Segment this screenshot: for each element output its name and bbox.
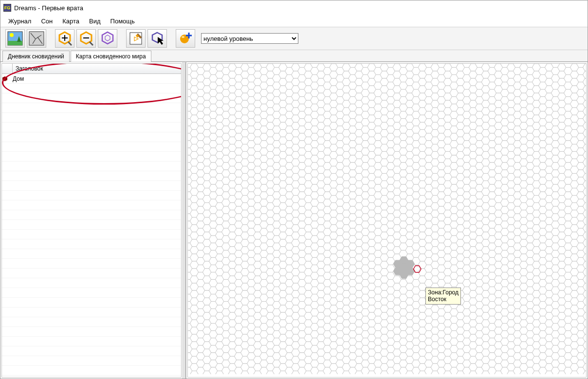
- tab-diary[interactable]: Дневник сновидений: [2, 51, 70, 62]
- scene-button[interactable]: [5, 29, 25, 48]
- grid-view-button[interactable]: [98, 29, 117, 48]
- level-select[interactable]: нулевой уровень: [201, 33, 298, 44]
- list-rows: Дом: [2, 74, 181, 377]
- menu-view[interactable]: Вид: [84, 17, 106, 26]
- zoom-in-button[interactable]: [55, 29, 74, 48]
- tab-map[interactable]: Карта сновиденного мира: [71, 51, 151, 62]
- draw-zone-button[interactable]: [126, 29, 146, 48]
- crack-icon: [29, 31, 44, 46]
- list-header-title-col[interactable]: Заголовок: [13, 64, 181, 73]
- list-header-icon-col[interactable]: [2, 64, 13, 73]
- toolbar: нулевой уровень: [0, 27, 588, 50]
- hexgrid-icon: [100, 31, 115, 46]
- app-window: FG Dreams - Первые врата Журнал Сон Карт…: [0, 0, 588, 379]
- menubar: Журнал Сон Карта Вид Помощь: [0, 15, 588, 27]
- zoom-in-icon: [57, 31, 72, 46]
- window-title: Dreams - Первые врата: [14, 4, 83, 12]
- sphere-plus-icon: [178, 31, 193, 46]
- app-icon: FG: [3, 4, 11, 12]
- splitter-handle[interactable]: [183, 62, 185, 379]
- menu-map[interactable]: Карта: [57, 17, 84, 26]
- svg-point-1: [10, 33, 14, 37]
- hex-select-button[interactable]: [147, 29, 167, 48]
- svg-marker-11: [102, 32, 113, 44]
- hexgrid-canvas[interactable]: [188, 64, 586, 374]
- add-sphere-button[interactable]: [176, 29, 195, 48]
- scene-icon: [7, 31, 23, 46]
- list-item[interactable]: Дом: [2, 74, 181, 84]
- sidebar: Заголовок Дом: [0, 62, 186, 379]
- menu-journal[interactable]: Журнал: [3, 17, 36, 26]
- svg-line-16: [136, 35, 138, 37]
- crack-button[interactable]: [27, 29, 46, 48]
- map-area[interactable]: Зона:Город Восток: [187, 63, 587, 378]
- svg-line-10: [90, 42, 93, 45]
- zoom-out-icon: [79, 31, 93, 46]
- tab-bar: Дневник сновидений Карта сновиденного ми…: [0, 50, 588, 62]
- zoom-out-button[interactable]: [76, 29, 96, 48]
- draw-zone-icon: [129, 31, 143, 46]
- level-combo[interactable]: нулевой уровень: [201, 33, 298, 44]
- menu-help[interactable]: Помощь: [106, 17, 140, 26]
- menu-sleep[interactable]: Сон: [36, 17, 57, 26]
- svg-marker-22: [2, 76, 7, 81]
- map-tooltip: Зона:Город Восток: [425, 288, 461, 305]
- titlebar: FG Dreams - Первые врата: [0, 0, 588, 15]
- content-area: Заголовок Дом Зона:Город Восток: [0, 62, 588, 379]
- hex-select-icon: [150, 31, 165, 46]
- svg-rect-13: [130, 33, 142, 44]
- list-area: Заголовок Дом: [1, 63, 182, 378]
- hex-filled-red-icon: [2, 76, 13, 82]
- list-header: Заголовок: [2, 64, 181, 74]
- list-item-label: Дом: [13, 75, 24, 82]
- svg-line-7: [68, 42, 72, 45]
- svg-marker-12: [105, 35, 110, 41]
- svg-point-19: [182, 36, 184, 38]
